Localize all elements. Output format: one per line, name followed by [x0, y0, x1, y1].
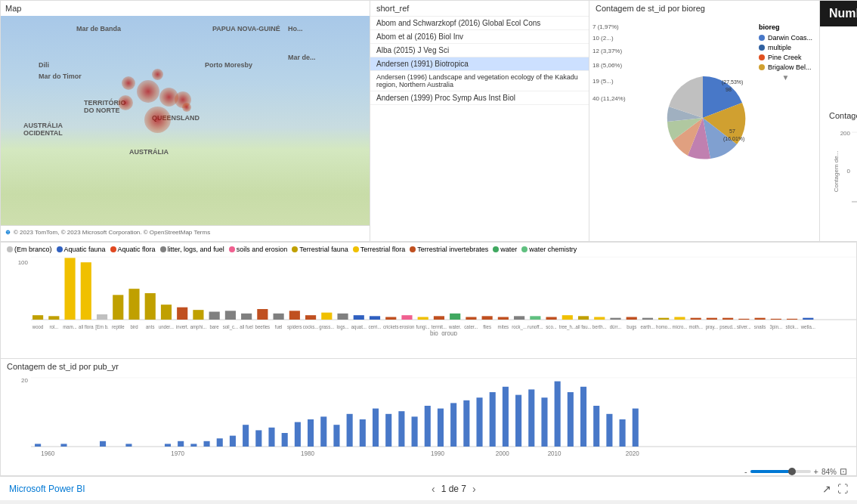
bio-bar-water[interactable] — [450, 314, 460, 320]
zoom-thumb[interactable] — [788, 468, 796, 475]
pub-bar-1994[interactable] — [295, 422, 301, 447]
bio-bar-cater[interactable] — [466, 317, 476, 320]
bio-bar-pseud[interactable] — [722, 318, 733, 320]
next-page-button[interactable]: › — [472, 483, 476, 495]
pub-bar-1986[interactable] — [217, 438, 223, 447]
bio-bar-pray[interactable] — [707, 318, 717, 320]
bio-bar-cerri[interactable] — [370, 316, 380, 320]
bio-bar-allfuel[interactable] — [241, 314, 252, 320]
bio-bar-allfau[interactable] — [578, 316, 589, 320]
pub-bar-2013[interactable] — [541, 397, 547, 447]
pub-bar-2014[interactable] — [555, 382, 561, 447]
pub-bar-1991[interactable] — [255, 430, 261, 447]
bio-bar-moth[interactable] — [691, 318, 701, 320]
bio-bar-crickets[interactable] — [385, 317, 396, 320]
pub-bar-1999[interactable] — [360, 419, 366, 447]
pub-bar-1980[interactable] — [178, 441, 184, 447]
pub-bar-1993[interactable] — [282, 433, 288, 447]
pub-bar-2018[interactable] — [606, 414, 612, 447]
pub-bar-1978[interactable] — [165, 444, 171, 447]
bio-bar-sco[interactable] — [546, 317, 556, 320]
bio-bar-termit[interactable] — [434, 316, 444, 320]
map-area[interactable]: Mar de Banda PAPUA NOVA-GUINÉ Dili Mar d… — [1, 16, 370, 239]
pub-bar-1988[interactable] — [230, 436, 236, 447]
bio-bar-bugs[interactable] — [627, 317, 637, 320]
bio-bar-wetla[interactable] — [803, 318, 813, 320]
pub-bar-2009[interactable] — [490, 392, 496, 447]
share-icon[interactable]: ↗ — [822, 483, 831, 495]
list-item-1[interactable]: Abom et al (2016) Biol Inv — [370, 30, 589, 44]
bio-bar-stick[interactable] — [787, 319, 797, 320]
pub-bar-1997[interactable] — [333, 425, 339, 447]
pie-legend-scroll[interactable]: ▼ — [759, 73, 812, 82]
pub-bar-1995[interactable] — [308, 419, 314, 447]
pub-bar-2005[interactable] — [438, 409, 444, 447]
bio-bar-allflora[interactable] — [81, 262, 91, 320]
pub-bar-2012[interactable] — [528, 389, 534, 447]
pub-bar-1990[interactable] — [243, 425, 249, 447]
bio-bar-aquat[interactable] — [354, 315, 364, 320]
bio-bar-logs[interactable] — [337, 314, 348, 320]
pub-bar-1968[interactable] — [100, 441, 106, 447]
list-item-5[interactable]: Andersen (1999) Proc Symp Aus Inst Biol — [370, 91, 589, 105]
pub-bar-1998[interactable] — [347, 414, 353, 447]
pub-bar-1996[interactable] — [320, 416, 326, 447]
bio-bar-snails[interactable] — [755, 318, 766, 320]
list-item-3[interactable]: Andersen (1991) Biotropica — [370, 57, 589, 71]
bio-bar-runoff[interactable] — [530, 316, 540, 320]
pub-bar-2006[interactable] — [450, 403, 456, 447]
pub-bar-2002[interactable] — [398, 411, 404, 447]
fit-icon[interactable]: ⊡ — [840, 466, 847, 477]
bio-bar-flies[interactable] — [482, 316, 493, 320]
prev-page-button[interactable]: ‹ — [432, 483, 435, 495]
pub-bar-1962[interactable] — [60, 444, 67, 447]
bio-bar-wood[interactable] — [32, 315, 43, 320]
pub-bar-2020[interactable] — [633, 409, 639, 447]
bio-bar-bird[interactable] — [128, 289, 139, 320]
pub-bar-1982[interactable] — [190, 444, 196, 447]
bio-bar-micro[interactable] — [674, 317, 685, 320]
list-item-2[interactable]: Alba (2015) J Veg Sci — [370, 44, 589, 57]
pub-bar-2001[interactable] — [385, 414, 391, 447]
bio-bar-3pin[interactable] — [771, 319, 781, 320]
zoom-minus[interactable]: - — [744, 467, 747, 476]
bio-bar-emb[interactable] — [97, 314, 107, 320]
bio-bar-berth[interactable] — [594, 317, 605, 320]
pub-bar-1958[interactable] — [35, 444, 41, 447]
pub-bar-1992[interactable] — [268, 428, 274, 447]
pub-bar-2000[interactable] — [373, 409, 379, 447]
bio-bar-fuel[interactable] — [274, 314, 284, 320]
bio-bar-soilc[interactable] — [225, 311, 236, 320]
brand-link[interactable]: Microsoft Power BI — [9, 484, 85, 494]
pub-bar-1972[interactable] — [125, 444, 131, 447]
bio-bar-rock[interactable] — [514, 316, 524, 320]
bio-bar-bare[interactable] — [209, 312, 220, 320]
list-item-0[interactable]: Abom and Schwarzkopf (2016) Global Ecol … — [370, 17, 589, 30]
list-item-4[interactable]: Andersen (1996) Landscape and vegetation… — [370, 71, 589, 91]
bio-bar-fungi[interactable] — [418, 317, 428, 320]
pub-bar-2010[interactable] — [503, 387, 509, 447]
bio-bar-grass[interactable] — [321, 313, 332, 320]
bio-bar-beetles[interactable] — [257, 309, 268, 320]
bio-bar-silver[interactable] — [738, 319, 749, 320]
expand-icon[interactable]: ⛶ — [837, 483, 848, 495]
bio-bar-spiders[interactable] — [289, 311, 300, 320]
bio-bar-durr[interactable] — [610, 318, 620, 320]
zoom-plus[interactable]: + — [814, 467, 818, 476]
bio-bar-homo[interactable] — [658, 318, 669, 320]
bio-bar-erosion[interactable] — [401, 315, 412, 320]
pub-bar-2003[interactable] — [412, 416, 418, 447]
pub-bar-2019[interactable] — [620, 419, 626, 447]
bio-bar-mites[interactable] — [498, 317, 509, 320]
pub-bar-2008[interactable] — [476, 397, 482, 447]
bio-bar-rol[interactable] — [48, 316, 59, 320]
zoom-bar[interactable] — [750, 470, 811, 473]
pub-bar-2016[interactable] — [580, 387, 586, 447]
bio-bar-reptile[interactable] — [113, 295, 123, 320]
pub-bar-2011[interactable] — [515, 395, 521, 447]
bio-bar-cocks[interactable] — [305, 315, 316, 320]
bio-bar-mam[interactable] — [64, 258, 75, 320]
bio-bar-ants[interactable] — [145, 293, 156, 320]
bio-bar-treeh[interactable] — [562, 315, 573, 320]
bio-bar-under[interactable] — [161, 305, 172, 320]
